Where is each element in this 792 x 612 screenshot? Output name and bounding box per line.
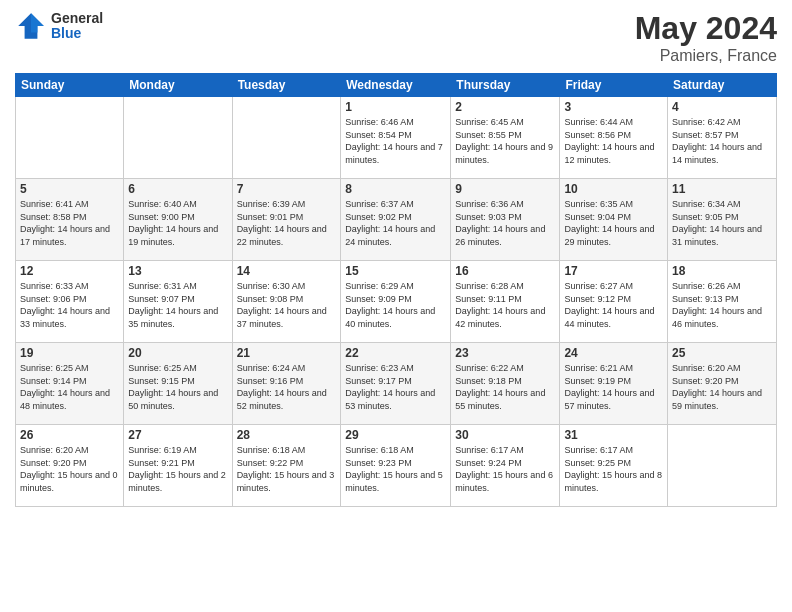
cell-info: Sunrise: 6:17 AMSunset: 9:25 PMDaylight:… <box>564 444 663 494</box>
calendar-cell: 23Sunrise: 6:22 AMSunset: 9:18 PMDayligh… <box>451 343 560 425</box>
calendar-week-5: 26Sunrise: 6:20 AMSunset: 9:20 PMDayligh… <box>16 425 777 507</box>
day-number: 29 <box>345 428 446 442</box>
cell-info: Sunrise: 6:21 AMSunset: 9:19 PMDaylight:… <box>564 362 663 412</box>
calendar-cell: 26Sunrise: 6:20 AMSunset: 9:20 PMDayligh… <box>16 425 124 507</box>
calendar-cell: 3Sunrise: 6:44 AMSunset: 8:56 PMDaylight… <box>560 97 668 179</box>
calendar-cell <box>16 97 124 179</box>
cell-info: Sunrise: 6:36 AMSunset: 9:03 PMDaylight:… <box>455 198 555 248</box>
cell-info: Sunrise: 6:30 AMSunset: 9:08 PMDaylight:… <box>237 280 337 330</box>
calendar-cell: 21Sunrise: 6:24 AMSunset: 9:16 PMDayligh… <box>232 343 341 425</box>
cell-info: Sunrise: 6:22 AMSunset: 9:18 PMDaylight:… <box>455 362 555 412</box>
day-number: 13 <box>128 264 227 278</box>
day-number: 2 <box>455 100 555 114</box>
logo-text: General Blue <box>51 11 103 42</box>
day-number: 24 <box>564 346 663 360</box>
cell-info: Sunrise: 6:33 AMSunset: 9:06 PMDaylight:… <box>20 280 119 330</box>
cell-info: Sunrise: 6:40 AMSunset: 9:00 PMDaylight:… <box>128 198 227 248</box>
cell-info: Sunrise: 6:18 AMSunset: 9:23 PMDaylight:… <box>345 444 446 494</box>
calendar-cell: 6Sunrise: 6:40 AMSunset: 9:00 PMDaylight… <box>124 179 232 261</box>
logo-general: General <box>51 11 103 26</box>
cell-info: Sunrise: 6:46 AMSunset: 8:54 PMDaylight:… <box>345 116 446 166</box>
calendar-cell <box>668 425 777 507</box>
cell-info: Sunrise: 6:20 AMSunset: 9:20 PMDaylight:… <box>20 444 119 494</box>
cell-info: Sunrise: 6:41 AMSunset: 8:58 PMDaylight:… <box>20 198 119 248</box>
cell-info: Sunrise: 6:27 AMSunset: 9:12 PMDaylight:… <box>564 280 663 330</box>
calendar-header-saturday: Saturday <box>668 74 777 97</box>
cell-info: Sunrise: 6:24 AMSunset: 9:16 PMDaylight:… <box>237 362 337 412</box>
day-number: 14 <box>237 264 337 278</box>
calendar-cell: 19Sunrise: 6:25 AMSunset: 9:14 PMDayligh… <box>16 343 124 425</box>
day-number: 26 <box>20 428 119 442</box>
calendar-cell <box>232 97 341 179</box>
calendar-cell: 15Sunrise: 6:29 AMSunset: 9:09 PMDayligh… <box>341 261 451 343</box>
cell-info: Sunrise: 6:44 AMSunset: 8:56 PMDaylight:… <box>564 116 663 166</box>
day-number: 15 <box>345 264 446 278</box>
calendar-cell: 22Sunrise: 6:23 AMSunset: 9:17 PMDayligh… <box>341 343 451 425</box>
calendar-cell: 29Sunrise: 6:18 AMSunset: 9:23 PMDayligh… <box>341 425 451 507</box>
day-number: 23 <box>455 346 555 360</box>
day-number: 31 <box>564 428 663 442</box>
day-number: 6 <box>128 182 227 196</box>
cell-info: Sunrise: 6:37 AMSunset: 9:02 PMDaylight:… <box>345 198 446 248</box>
logo-blue: Blue <box>51 26 103 41</box>
calendar-cell: 30Sunrise: 6:17 AMSunset: 9:24 PMDayligh… <box>451 425 560 507</box>
day-number: 22 <box>345 346 446 360</box>
cell-info: Sunrise: 6:29 AMSunset: 9:09 PMDaylight:… <box>345 280 446 330</box>
calendar-cell: 9Sunrise: 6:36 AMSunset: 9:03 PMDaylight… <box>451 179 560 261</box>
calendar-cell: 12Sunrise: 6:33 AMSunset: 9:06 PMDayligh… <box>16 261 124 343</box>
title-block: May 2024 Pamiers, France <box>635 10 777 65</box>
cell-info: Sunrise: 6:23 AMSunset: 9:17 PMDaylight:… <box>345 362 446 412</box>
cell-info: Sunrise: 6:28 AMSunset: 9:11 PMDaylight:… <box>455 280 555 330</box>
cell-info: Sunrise: 6:25 AMSunset: 9:14 PMDaylight:… <box>20 362 119 412</box>
calendar-cell: 7Sunrise: 6:39 AMSunset: 9:01 PMDaylight… <box>232 179 341 261</box>
day-number: 5 <box>20 182 119 196</box>
calendar-header-thursday: Thursday <box>451 74 560 97</box>
calendar-week-1: 1Sunrise: 6:46 AMSunset: 8:54 PMDaylight… <box>16 97 777 179</box>
calendar-cell: 11Sunrise: 6:34 AMSunset: 9:05 PMDayligh… <box>668 179 777 261</box>
cell-info: Sunrise: 6:19 AMSunset: 9:21 PMDaylight:… <box>128 444 227 494</box>
month-title: May 2024 <box>635 10 777 47</box>
day-number: 8 <box>345 182 446 196</box>
day-number: 17 <box>564 264 663 278</box>
calendar-header-tuesday: Tuesday <box>232 74 341 97</box>
calendar-cell: 5Sunrise: 6:41 AMSunset: 8:58 PMDaylight… <box>16 179 124 261</box>
day-number: 12 <box>20 264 119 278</box>
day-number: 21 <box>237 346 337 360</box>
calendar-cell: 16Sunrise: 6:28 AMSunset: 9:11 PMDayligh… <box>451 261 560 343</box>
calendar-cell: 18Sunrise: 6:26 AMSunset: 9:13 PMDayligh… <box>668 261 777 343</box>
page: General Blue May 2024 Pamiers, France Su… <box>0 0 792 612</box>
calendar-header-monday: Monday <box>124 74 232 97</box>
day-number: 11 <box>672 182 772 196</box>
calendar-cell: 1Sunrise: 6:46 AMSunset: 8:54 PMDaylight… <box>341 97 451 179</box>
day-number: 9 <box>455 182 555 196</box>
calendar-cell <box>124 97 232 179</box>
calendar-cell: 10Sunrise: 6:35 AMSunset: 9:04 PMDayligh… <box>560 179 668 261</box>
calendar-cell: 25Sunrise: 6:20 AMSunset: 9:20 PMDayligh… <box>668 343 777 425</box>
cell-info: Sunrise: 6:39 AMSunset: 9:01 PMDaylight:… <box>237 198 337 248</box>
day-number: 19 <box>20 346 119 360</box>
calendar-cell: 8Sunrise: 6:37 AMSunset: 9:02 PMDaylight… <box>341 179 451 261</box>
calendar-week-4: 19Sunrise: 6:25 AMSunset: 9:14 PMDayligh… <box>16 343 777 425</box>
calendar-cell: 27Sunrise: 6:19 AMSunset: 9:21 PMDayligh… <box>124 425 232 507</box>
day-number: 28 <box>237 428 337 442</box>
calendar-header-friday: Friday <box>560 74 668 97</box>
day-number: 7 <box>237 182 337 196</box>
cell-info: Sunrise: 6:34 AMSunset: 9:05 PMDaylight:… <box>672 198 772 248</box>
day-number: 3 <box>564 100 663 114</box>
day-number: 4 <box>672 100 772 114</box>
calendar-week-3: 12Sunrise: 6:33 AMSunset: 9:06 PMDayligh… <box>16 261 777 343</box>
calendar-cell: 17Sunrise: 6:27 AMSunset: 9:12 PMDayligh… <box>560 261 668 343</box>
logo: General Blue <box>15 10 103 42</box>
day-number: 30 <box>455 428 555 442</box>
cell-info: Sunrise: 6:20 AMSunset: 9:20 PMDaylight:… <box>672 362 772 412</box>
cell-info: Sunrise: 6:17 AMSunset: 9:24 PMDaylight:… <box>455 444 555 494</box>
cell-info: Sunrise: 6:25 AMSunset: 9:15 PMDaylight:… <box>128 362 227 412</box>
day-number: 16 <box>455 264 555 278</box>
day-number: 25 <box>672 346 772 360</box>
svg-marker-1 <box>31 13 44 32</box>
calendar-cell: 13Sunrise: 6:31 AMSunset: 9:07 PMDayligh… <box>124 261 232 343</box>
logo-icon <box>15 10 47 42</box>
calendar-cell: 28Sunrise: 6:18 AMSunset: 9:22 PMDayligh… <box>232 425 341 507</box>
calendar-header-wednesday: Wednesday <box>341 74 451 97</box>
calendar: SundayMondayTuesdayWednesdayThursdayFrid… <box>15 73 777 507</box>
